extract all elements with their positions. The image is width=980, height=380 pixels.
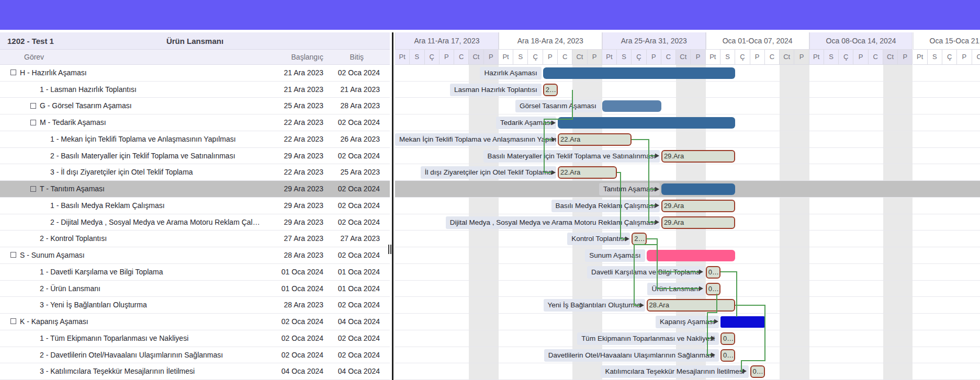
gantt-phase-bar[interactable] xyxy=(602,100,661,112)
project-header: 1202 - Test 1 Ürün Lansmanı xyxy=(0,32,390,50)
collapse-toggle-icon[interactable] xyxy=(10,70,16,75)
day-header-cell: C xyxy=(454,50,469,65)
task-name: M - Tedarik Aşaması xyxy=(40,114,106,131)
gantt-task-label: Basılı Materyaller için Teklif Toplama v… xyxy=(483,150,660,163)
gantt-task-bar[interactable]: 04.Oca xyxy=(750,365,765,378)
panel-splitter[interactable] xyxy=(392,32,393,380)
table-row[interactable]: 2 - Basılı Materyaller için Teklif Topla… xyxy=(0,148,390,165)
table-row[interactable]: 1 - Basılı Medya Reklam Çalışması29 Ara … xyxy=(0,198,390,214)
table-row[interactable]: 2 - Ürün Lansmanı01 Oca 202401 Oca 2024 xyxy=(0,281,390,297)
task-name: 3 - Katılımcılara Teşekkür Mesajlarının … xyxy=(40,363,195,380)
gantt-phase-bar[interactable] xyxy=(647,250,736,261)
splitter-drag-handle-icon[interactable] xyxy=(388,245,391,254)
task-start-date: 21 Ara 2023 xyxy=(284,65,323,82)
gantt-task-bar[interactable]: 29.Ara xyxy=(661,150,735,163)
week-header-cell: Oca 15-Oca 21, 2024 xyxy=(913,32,980,50)
task-name: 1 - Mekan İçin Teklifi Toplama ve Anlaşm… xyxy=(50,131,236,148)
gantt-task-bar[interactable]: 29.Ara xyxy=(661,216,735,229)
table-row[interactable]: 1 - Tüm Ekipmanın Toparlanması ve Nakliy… xyxy=(0,330,390,347)
table-row[interactable]: 3 - İl dışı Ziyaretçiler için Otel Tekli… xyxy=(0,164,390,181)
task-start-date: 02 Oca 2024 xyxy=(281,314,323,330)
day-header-cell: P xyxy=(588,50,602,65)
gantt-task-bar[interactable]: 02.Oca xyxy=(720,332,735,345)
task-end-date: 28 Ara 2023 xyxy=(340,98,380,114)
collapse-toggle-icon[interactable] xyxy=(30,120,36,125)
gantt-task-bar[interactable]: 22.Ara xyxy=(558,166,617,179)
table-row[interactable]: 1 - Lasman Hazırlık Toplantısı21 Ara 202… xyxy=(0,82,390,98)
day-header-cell: C xyxy=(558,50,572,65)
table-row[interactable]: G - Görsel Tasarım Aşaması25 Ara 202328 … xyxy=(0,98,390,114)
week-header-cell: Ara 11-Ara 17, 2023 xyxy=(395,32,499,50)
day-header-cell: Pt xyxy=(602,50,617,65)
task-start-date: 01 Oca 2024 xyxy=(281,281,323,297)
task-name: 3 - İl dışı Ziyaretçiler için Otel Tekli… xyxy=(50,164,193,181)
task-name: 2 - Basılı Materyaller için Teklif Topla… xyxy=(50,148,235,165)
table-row[interactable]: M - Tedarik Aşaması22 Ara 202302 Oca 202… xyxy=(0,114,390,131)
day-header-cell: C xyxy=(765,50,780,65)
table-row[interactable]: 1 - Davetli Karşılama ve Bilgi Toplama01… xyxy=(0,264,390,281)
gantt-phase-bar[interactable] xyxy=(661,183,735,195)
top-navigation-bar xyxy=(0,0,980,30)
table-row[interactable]: 2 - Dijital Medya , Sosyal Medya ve Aram… xyxy=(0,214,390,231)
gantt-task-label: Ürün Lansmanı xyxy=(647,283,704,295)
day-header-cell: P xyxy=(853,50,868,65)
gantt-phase-bar[interactable] xyxy=(543,67,736,79)
gantt-task-bar[interactable]: 02.Oca xyxy=(720,349,735,362)
task-start-date: 29 Ara 2023 xyxy=(284,181,323,198)
task-start-date: 29 Ara 2023 xyxy=(284,198,323,214)
column-header-end[interactable]: Bitiş xyxy=(350,50,364,65)
task-end-date: 02 Oca 2024 xyxy=(338,65,380,82)
gantt-task-bar[interactable]: 22.Ara xyxy=(558,133,632,146)
gantt-task-label: Sunum Aşaması xyxy=(585,249,645,262)
collapse-toggle-icon[interactable] xyxy=(30,186,36,192)
gantt-task-bar[interactable]: 01.Oca xyxy=(706,266,720,279)
table-row[interactable]: 2 - Davetlilerin Otel/Havaalanı Ulaşımla… xyxy=(0,347,390,364)
gantt-task-label: Görsel Tasarım Aşaması xyxy=(515,100,601,112)
day-header-cell: P xyxy=(898,50,913,65)
task-name: 2 - Dijital Medya , Sosyal Medya ve Aram… xyxy=(50,214,262,231)
collapse-toggle-icon[interactable] xyxy=(10,318,16,324)
day-header-cell: P xyxy=(750,50,765,65)
day-header-cell: Pt xyxy=(499,50,513,65)
column-header-task[interactable]: Görev xyxy=(24,50,44,65)
row-gridline xyxy=(395,313,980,314)
gantt-task-bar[interactable]: 01.Oca xyxy=(706,283,720,295)
task-start-date: 02 Oca 2024 xyxy=(281,330,323,347)
task-name: S - Sunum Aşaması xyxy=(20,247,85,264)
collapse-toggle-icon[interactable] xyxy=(30,103,36,109)
week-header-cell: Ara 18-Ara 24, 2023 xyxy=(499,32,602,50)
column-header-start[interactable]: Başlangıç xyxy=(291,50,323,65)
table-row[interactable]: 3 - Katılımcılara Teşekkür Mesajlarının … xyxy=(0,363,390,380)
row-gridline xyxy=(395,147,980,148)
table-row[interactable]: 1 - Mekan İçin Teklifi Toplama ve Anlaşm… xyxy=(0,131,390,148)
week-header-cell: Ara 25-Ara 31, 2023 xyxy=(602,32,706,50)
gantt-task-bar[interactable]: 21.Ara xyxy=(543,84,558,96)
gantt-task-label: Mekan İçin Teklifi Toplama ve Anlaşmasın… xyxy=(395,133,556,146)
row-gridline xyxy=(395,280,980,281)
gantt-phase-bar[interactable] xyxy=(720,316,765,328)
gantt-phase-bar[interactable] xyxy=(558,117,735,129)
table-column-headers: Görev Başlangıç Bitiş xyxy=(0,50,390,65)
day-header-cell: P xyxy=(691,50,705,65)
collapse-toggle-icon[interactable] xyxy=(10,252,16,258)
task-name: 2 - Davetlilerin Otel/Havaalanı Ulaşımla… xyxy=(40,347,223,364)
gantt-task-label: Lasman Hazırlık Toplantısı xyxy=(450,84,542,96)
day-header-cell: C xyxy=(869,50,883,65)
table-row[interactable]: S - Sunum Aşaması28 Ara 202302 Oca 2024 xyxy=(0,247,390,264)
day-header-cell: Ç xyxy=(425,50,440,65)
row-gridline xyxy=(395,347,980,347)
weekend-shading xyxy=(883,65,913,380)
gantt-task-bar[interactable]: 29.Ara xyxy=(661,200,735,212)
gantt-task-bar[interactable]: 28.Ara xyxy=(647,299,736,312)
gantt-chart-panel: Ara 11-Ara 17, 2023Ara 18-Ara 24, 2023Ar… xyxy=(395,32,980,380)
row-gridline xyxy=(395,197,980,198)
task-start-date: 02 Oca 2024 xyxy=(281,347,323,364)
table-row[interactable]: T - Tanıtım Aşaması29 Ara 202302 Oca 202… xyxy=(0,181,390,198)
table-row[interactable]: K - Kapanış Aşaması02 Oca 202404 Oca 202… xyxy=(0,314,390,330)
gantt-task-label: Basılı Medya Reklam Çalışması xyxy=(551,200,660,212)
table-row[interactable]: 3 - Yeni İş Bağlantıları Oluşturma28 Ara… xyxy=(0,297,390,314)
table-row[interactable]: H - Hazırlık Aşaması21 Ara 202302 Oca 20… xyxy=(0,65,390,82)
table-row[interactable]: 2 - Kontrol Toplantısı27 Ara 202327 Ara … xyxy=(0,231,390,247)
gantt-task-bar[interactable]: 27.Ara xyxy=(632,233,646,245)
task-name: H - Hazırlık Aşaması xyxy=(20,65,87,82)
